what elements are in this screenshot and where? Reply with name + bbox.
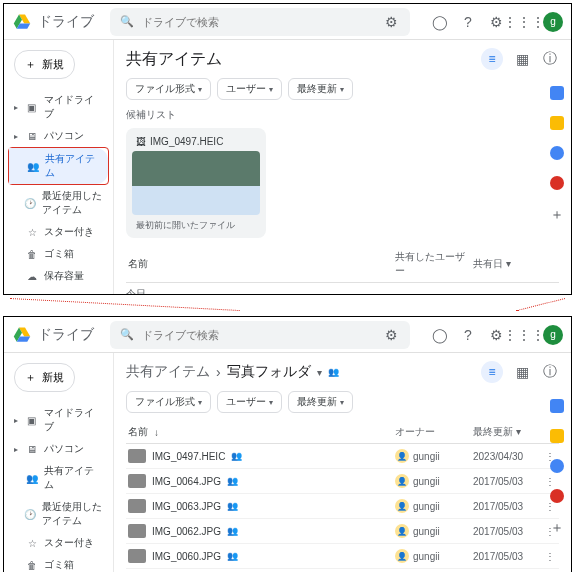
crumb-leaf[interactable]: 写真フォルダ xyxy=(227,363,311,381)
file-thumb xyxy=(128,499,146,513)
chip-modified[interactable]: 最終更新▾ xyxy=(288,391,353,413)
chip-user[interactable]: ユーザー▾ xyxy=(217,78,282,100)
rail-add[interactable]: ＋ xyxy=(550,519,564,537)
file-thumb xyxy=(128,549,146,563)
chip-user[interactable]: ユーザー▾ xyxy=(217,391,282,413)
nav-starred[interactable]: ☆スター付き xyxy=(8,221,109,243)
nav-computers[interactable]: ▸🖥パソコン xyxy=(8,125,109,147)
drive-logo[interactable]: ドライブ xyxy=(12,326,110,344)
file-row[interactable]: IMG_0060.JPG 👥👤gungii2017/05/03⋮ xyxy=(126,544,559,569)
candidate-label: 候補リスト xyxy=(126,108,559,122)
search-icon: 🔍 xyxy=(120,328,134,341)
rail-tasks[interactable] xyxy=(550,459,564,473)
image-icon: 🖼 xyxy=(136,136,146,147)
rail-calendar[interactable] xyxy=(550,86,564,100)
search-bar[interactable]: 🔍 ⚙ xyxy=(110,8,410,36)
col-owner[interactable]: オーナー xyxy=(395,425,473,439)
nav-shared[interactable]: 👥共有アイテム xyxy=(8,460,109,496)
today-label: 今日 xyxy=(126,287,559,294)
card-thumbnail xyxy=(132,151,260,215)
grid-view-icon[interactable]: ▦ xyxy=(513,363,531,381)
plus-icon: ＋ xyxy=(25,57,36,72)
nav-recent[interactable]: 🕑最近使用したアイテム xyxy=(8,185,109,221)
apps-icon[interactable]: ⋮⋮⋮ xyxy=(515,13,533,31)
owner-avatar: 👤 xyxy=(395,549,409,563)
owner-avatar: 👤 xyxy=(395,524,409,538)
sidebar: ＋新規 ▸▣マイドライブ ▸🖥パソコン 👥共有アイテム 🕑最近使用したアイテム … xyxy=(4,353,114,572)
col-user[interactable]: 共有したユーザー xyxy=(395,250,473,278)
file-row[interactable]: IMG_0064.JPG 👥👤gungii2017/05/03⋮ xyxy=(126,469,559,494)
sidebar: ＋新規 ▸▣マイドライブ ▸🖥パソコン 👥共有アイテム 🕑最近使用したアイテム … xyxy=(4,40,114,294)
rail-contacts[interactable] xyxy=(550,489,564,503)
file-thumb xyxy=(128,474,146,488)
breadcrumb: 共有アイテム › 写真フォルダ ▾ 👥 xyxy=(126,363,339,381)
col-name[interactable]: 名前 ↓ xyxy=(128,425,395,439)
shared-icon: 👥 xyxy=(328,367,339,377)
search-input[interactable] xyxy=(142,329,374,341)
nav-computers[interactable]: ▸🖥パソコン xyxy=(8,438,109,460)
info-icon[interactable]: ⓘ xyxy=(541,50,559,68)
owner-avatar: 👤 xyxy=(395,474,409,488)
nav-storage[interactable]: ☁保存容量 xyxy=(8,265,109,287)
search-icon: 🔍 xyxy=(120,15,134,28)
help-icon[interactable]: ? xyxy=(459,13,477,31)
apps-icon[interactable]: ⋮⋮⋮ xyxy=(515,326,533,344)
rail-tasks[interactable] xyxy=(550,146,564,160)
owner-avatar: 👤 xyxy=(395,499,409,513)
rail-keep[interactable] xyxy=(550,429,564,443)
file-row[interactable]: IMG_0062.JPG 👥👤gungii2017/05/03⋮ xyxy=(126,519,559,544)
chip-filetype[interactable]: ファイル形式▾ xyxy=(126,78,211,100)
file-row[interactable]: IMG_0063.JPG 👥👤gungii2017/05/03⋮ xyxy=(126,494,559,519)
rail-keep[interactable] xyxy=(550,116,564,130)
ready-icon[interactable]: ◯ xyxy=(431,13,449,31)
col-date[interactable]: 共有日 ▾ xyxy=(473,257,543,271)
account-avatar[interactable]: g xyxy=(543,12,563,32)
file-thumb xyxy=(128,449,146,463)
suggested-card[interactable]: 🖼IMG_0497.HEIC 最初前に開いたファイル xyxy=(126,128,266,238)
nav-mydrive[interactable]: ▸▣マイドライブ xyxy=(8,89,109,125)
col-name[interactable]: 名前 xyxy=(128,257,395,271)
rail-add[interactable]: ＋ xyxy=(550,206,564,224)
nav-starred[interactable]: ☆スター付き xyxy=(8,532,109,554)
info-icon[interactable]: ⓘ xyxy=(541,363,559,381)
nav-recent[interactable]: 🕑最近使用したアイテム xyxy=(8,496,109,532)
new-button[interactable]: ＋新規 xyxy=(14,363,75,392)
grid-view-icon[interactable]: ▦ xyxy=(513,50,531,68)
search-input[interactable] xyxy=(142,16,374,28)
rail-calendar[interactable] xyxy=(550,399,564,413)
search-options-icon[interactable]: ⚙ xyxy=(382,326,400,344)
account-avatar[interactable]: g xyxy=(543,325,563,345)
crumb-root[interactable]: 共有アイテム xyxy=(126,363,210,381)
new-button[interactable]: ＋新規 xyxy=(14,50,75,79)
drive-logo[interactable]: ドライブ xyxy=(12,13,110,31)
filter-icon[interactable]: ≡ xyxy=(481,361,503,383)
search-bar[interactable]: 🔍 ⚙ xyxy=(110,321,410,349)
chip-filetype[interactable]: ファイル形式▾ xyxy=(126,391,211,413)
ready-icon[interactable]: ◯ xyxy=(431,326,449,344)
chip-modified[interactable]: 最終更新▾ xyxy=(288,78,353,100)
filter-icon[interactable]: ≡ xyxy=(481,48,503,70)
file-row[interactable]: IMG_0497.HEIC 👥👤gungii2023/04/30⋮ xyxy=(126,444,559,469)
nav-shared[interactable]: 👥共有アイテム xyxy=(9,148,108,184)
nav-mydrive[interactable]: ▸▣マイドライブ xyxy=(8,402,109,438)
app-name: ドライブ xyxy=(38,13,94,31)
nav-trash[interactable]: 🗑ゴミ箱 xyxy=(8,243,109,265)
file-thumb xyxy=(128,524,146,538)
nav-trash[interactable]: 🗑ゴミ箱 xyxy=(8,554,109,572)
owner-avatar: 👤 xyxy=(395,449,409,463)
rail-contacts[interactable] xyxy=(550,176,564,190)
storage-text: 15 GB 中 108.6 MB を使用 xyxy=(8,287,109,295)
col-updated[interactable]: 最終更新 ▾ xyxy=(473,425,543,439)
search-options-icon[interactable]: ⚙ xyxy=(382,13,400,31)
page-title: 共有アイテム xyxy=(126,49,222,70)
help-icon[interactable]: ? xyxy=(459,326,477,344)
